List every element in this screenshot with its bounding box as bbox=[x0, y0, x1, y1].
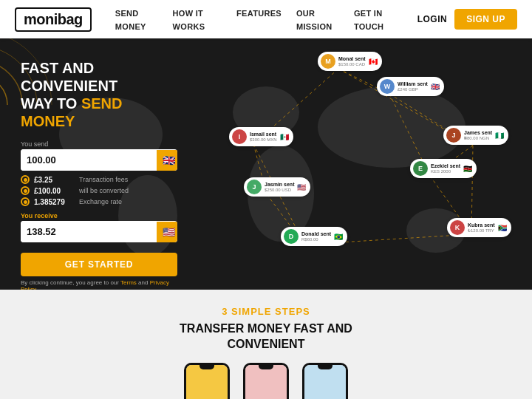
phone-notch-3 bbox=[318, 365, 332, 369]
tx-node-ezekiel: E Ezekiel sent KES 2000 🇰🇪 bbox=[410, 159, 477, 178]
tx-avatar-william: W bbox=[380, 79, 395, 94]
send-currency-selector[interactable]: 🇬🇧 GBP ▼ bbox=[157, 150, 177, 171]
send-currency-flag: 🇬🇧 bbox=[163, 154, 175, 166]
tx-flag-monal: 🇨🇦 bbox=[369, 58, 378, 66]
signup-button[interactable]: SIGN UP bbox=[454, 9, 517, 30]
nav-item-how-it-works[interactable]: HOW IT WORKS bbox=[173, 6, 222, 33]
tx-flag-donald: 🇧🇷 bbox=[334, 233, 343, 241]
tx-avatar-kubra: K bbox=[450, 220, 465, 235]
tx-info-ezekiel: Ezekiel sent KES 2000 bbox=[431, 163, 460, 174]
tx-flag-kubra: 🇿🇦 bbox=[498, 224, 507, 232]
terms-link[interactable]: Terms bbox=[120, 279, 137, 286]
tx-info-ismail: Ismail sent $300.00 MXN bbox=[250, 132, 277, 142]
nav-right: LOGIN SIGN UP bbox=[417, 9, 517, 30]
tx-info-james: James sent ₦80.00 NGN bbox=[464, 130, 492, 140]
phone-screen-2 bbox=[245, 365, 287, 399]
rate-desc: Exchange rate bbox=[79, 198, 122, 205]
hero-title: FAST AND CONVENIENT WAY TO SEND MONEY bbox=[21, 59, 177, 130]
tx-flag-james: 🇳🇬 bbox=[495, 132, 504, 140]
nav-item-features[interactable]: FEATURES bbox=[236, 6, 282, 33]
tx-info-jasmin: Jasmin sent $250.00 USD bbox=[265, 182, 294, 192]
tx-flag-ezekiel: 🇰🇪 bbox=[463, 165, 472, 173]
login-button[interactable]: LOGIN bbox=[417, 14, 448, 24]
tx-node-william: W William sent £240 GBP 🇬🇧 bbox=[377, 77, 444, 96]
transaction-lines-icon: .dline { stroke: #f0a500; stroke-width: … bbox=[192, 38, 532, 290]
tx-avatar-james: J bbox=[446, 128, 461, 143]
steps-title: TRANSFER MONEY FAST AND CONVENIENT bbox=[180, 321, 352, 352]
tx-node-james: J James sent ₦80.00 NGN 🇳🇬 bbox=[443, 126, 508, 145]
converter-box: You send 🇬🇧 GBP ▼ £3.25 Transaction fees bbox=[21, 140, 177, 290]
converted-value: £100.00 bbox=[34, 187, 75, 195]
info-dot-rate bbox=[21, 197, 30, 206]
terms-text: By clicking continue, you agree to our T… bbox=[21, 279, 177, 290]
phone-notch-2 bbox=[259, 365, 273, 369]
logo[interactable]: monibag bbox=[15, 7, 92, 32]
phone-screen-1 bbox=[186, 365, 228, 399]
navbar: monibag SEND MONEY HOW IT WORKS FEATURES… bbox=[0, 0, 532, 38]
tx-node-kubra: K Kubra sent ₺120.00 TRY 🇿🇦 bbox=[447, 218, 511, 237]
tx-info-william: William sent £240 GBP bbox=[398, 81, 428, 92]
get-started-button[interactable]: GET STARTED bbox=[21, 253, 177, 276]
steps-label: 3 SIMPLE STEPS bbox=[222, 306, 310, 317]
receive-currency-flag: 🇺🇸 bbox=[163, 226, 175, 238]
fees-value: £3.25 bbox=[34, 176, 75, 184]
info-row-fees: £3.25 Transaction fees bbox=[21, 175, 177, 184]
receive-label: You receive bbox=[21, 212, 177, 219]
tx-avatar-monal: M bbox=[321, 54, 335, 69]
hero-section: FAST AND CONVENIENT WAY TO SEND MONEY Yo… bbox=[0, 38, 532, 290]
tx-info-kubra: Kubra sent ₺120.00 TRY bbox=[468, 222, 495, 233]
tx-node-donald: D Donald sent R$60.00 🇧🇷 bbox=[281, 227, 347, 246]
tx-flag-william: 🇬🇧 bbox=[431, 83, 440, 91]
info-rows: £3.25 Transaction fees £100.00 will be c… bbox=[21, 175, 177, 206]
tx-flag-ismail: 🇲🇽 bbox=[280, 133, 289, 141]
send-label: You send bbox=[21, 140, 177, 148]
nav-item-get-in-touch[interactable]: GET IN TOUCH bbox=[354, 6, 400, 33]
nav-links: SEND MONEY HOW IT WORKS FEATURES OUR MIS… bbox=[115, 6, 400, 33]
tx-node-ismail: I Ismail sent $300.00 MXN 🇲🇽 bbox=[229, 127, 293, 146]
nav-item-send-money[interactable]: SEND MONEY bbox=[115, 6, 158, 33]
nav-item-our-mission[interactable]: OUR MISSION bbox=[296, 6, 339, 33]
info-dot-fees bbox=[21, 175, 30, 184]
fees-desc: Transaction fees bbox=[79, 176, 128, 183]
send-amount-input[interactable] bbox=[21, 149, 157, 171]
tx-flag-jasmin: 🇺🇸 bbox=[297, 183, 306, 191]
phone-mockup-2 bbox=[243, 363, 289, 399]
phone-mockup-1 bbox=[184, 363, 230, 399]
receive-currency-selector[interactable]: 🇺🇸 USD ▼ bbox=[157, 222, 177, 242]
tx-avatar-donald: D bbox=[284, 229, 299, 244]
receive-amount-input[interactable] bbox=[21, 221, 157, 242]
send-input-row: 🇬🇧 GBP ▼ bbox=[21, 149, 177, 171]
phone-notch-1 bbox=[200, 365, 214, 369]
tx-info-monal: Monal sent $150.00 CAD bbox=[338, 56, 366, 66]
bottom-section: 3 SIMPLE STEPS TRANSFER MONEY FAST AND C… bbox=[0, 290, 532, 399]
phone-screen-3 bbox=[304, 365, 346, 399]
phones-row bbox=[184, 363, 348, 399]
info-row-converted: £100.00 will be converted bbox=[21, 186, 177, 195]
converted-desc: will be converted bbox=[79, 187, 129, 194]
receive-input-row: 🇺🇸 USD ▼ bbox=[21, 221, 177, 242]
hero-left-panel: FAST AND CONVENIENT WAY TO SEND MONEY Yo… bbox=[0, 38, 192, 290]
tx-avatar-ezekiel: E bbox=[413, 161, 428, 176]
tx-avatar-jasmin: J bbox=[247, 180, 262, 194]
hero-map: .dline { stroke: #f0a500; stroke-width: … bbox=[192, 38, 532, 290]
rate-value: 1.385279 bbox=[34, 198, 75, 206]
tx-node-monal: M Monal sent $150.00 CAD 🇨🇦 bbox=[318, 52, 382, 71]
info-row-rate: 1.385279 Exchange rate bbox=[21, 197, 177, 206]
tx-node-jasmin: J Jasmin sent $250.00 USD 🇺🇸 bbox=[244, 177, 310, 197]
tx-avatar-ismail: I bbox=[232, 129, 247, 144]
phone-mockup-3 bbox=[302, 363, 348, 399]
tx-info-donald: Donald sent R$60.00 bbox=[301, 231, 331, 242]
info-dot-converted bbox=[21, 186, 30, 195]
